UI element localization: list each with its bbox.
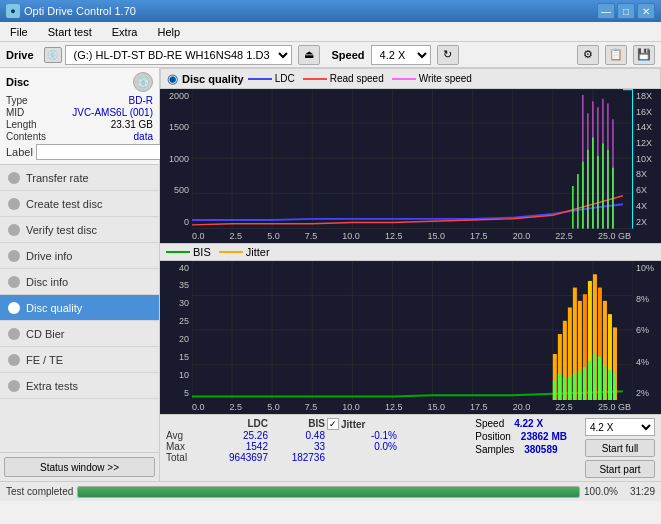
refresh-button[interactable]: ↻ <box>437 45 459 65</box>
nav-label-fe-te: FE / TE <box>26 354 63 366</box>
status-window-area: Status window >> <box>0 452 159 481</box>
samples-label: Samples <box>475 444 514 455</box>
top-chart-svg <box>192 89 633 229</box>
legend-read-speed: Read speed <box>303 73 384 84</box>
bis-total: 182736 <box>270 452 325 463</box>
top-chart-container: 2000 1500 1000 500 0 <box>160 89 661 243</box>
save-button[interactable]: 💾 <box>633 45 655 65</box>
menu-help[interactable]: Help <box>151 24 186 40</box>
bottom-chart-title-bar: BIS Jitter <box>160 243 661 261</box>
menu-bar: File Start test Extra Help <box>0 22 661 42</box>
position-value: 23862 MB <box>521 431 567 442</box>
bottom-chart-y-right: 10% 8% 6% 4% 2% <box>633 261 661 401</box>
nav-extra-tests[interactable]: Extra tests <box>0 373 159 399</box>
length-label: Length <box>6 119 37 130</box>
contents-value: data <box>134 131 153 142</box>
status-window-button[interactable]: Status window >> <box>4 457 155 477</box>
settings-button-2[interactable]: 📋 <box>605 45 627 65</box>
ldc-total: 9643697 <box>203 452 268 463</box>
start-full-button[interactable]: Start full <box>585 439 655 457</box>
progress-bar <box>77 486 580 498</box>
ldc-avg: 25.26 <box>203 430 268 441</box>
jitter-max: 0.0% <box>327 441 397 452</box>
bottom-chart-y-left: 40 35 30 25 20 15 10 5 <box>160 261 192 401</box>
maximize-button[interactable]: □ <box>617 3 635 19</box>
close-button[interactable]: ✕ <box>637 3 655 19</box>
top-chart-x-axis: 0.0 2.5 5.0 7.5 10.0 12.5 15.0 17.5 20.0… <box>160 229 661 243</box>
top-chart-svg-area <box>192 89 633 229</box>
legend-label-bis: BIS <box>193 246 211 258</box>
svg-rect-74 <box>598 356 601 400</box>
nav-label-extra: Extra tests <box>26 380 78 392</box>
bottom-chart-container: 40 35 30 25 20 15 10 5 <box>160 261 661 415</box>
settings-button-1[interactable]: ⚙ <box>577 45 599 65</box>
chart-legend: LDC Read speed Write speed <box>248 73 472 84</box>
menu-file[interactable]: File <box>4 24 34 40</box>
drive-select[interactable]: (G:) HL-DT-ST BD-RE WH16NS48 1.D3 <box>65 45 292 65</box>
nav-label-cd-bier: CD Bier <box>26 328 65 340</box>
content-area: ◉ Disc quality LDC Read speed Write spee… <box>160 68 661 481</box>
nav-drive-info[interactable]: Drive info <box>0 243 159 269</box>
minimize-button[interactable]: — <box>597 3 615 19</box>
eject-button[interactable]: ⏏ <box>298 45 320 65</box>
menu-extra[interactable]: Extra <box>106 24 144 40</box>
legend-label-write: Write speed <box>419 73 472 84</box>
legend-jitter: Jitter <box>219 246 270 258</box>
disc-panel-title: Disc <box>6 76 29 88</box>
nav-fe-te[interactable]: FE / TE <box>0 347 159 373</box>
bis-header: BIS <box>270 418 325 430</box>
speed-select[interactable]: 4.2 X <box>371 45 431 65</box>
drive-label: Drive <box>6 49 34 61</box>
speed-section: Speed 4.22 X Position 23862 MB Samples 3… <box>475 418 567 455</box>
svg-rect-76 <box>608 369 611 400</box>
speed-select-stats[interactable]: 4.2 X <box>585 418 655 436</box>
nav-icon-disc-info <box>8 276 20 288</box>
main-area: Disc 💿 Type BD-R MID JVC-AMS6L (001) Len… <box>0 68 661 481</box>
position-label: Position <box>475 431 511 442</box>
legend-color-read <box>303 78 327 80</box>
disc-quality-icon: ◉ <box>167 71 178 86</box>
nav-label-verify: Verify test disc <box>26 224 97 236</box>
svg-rect-67 <box>563 377 566 400</box>
nav-create-test-disc[interactable]: Create test disc <box>0 191 159 217</box>
jitter-avg: -0.1% <box>327 430 397 441</box>
ldc-header: LDC <box>203 418 268 430</box>
nav-transfer-rate[interactable]: Transfer rate <box>0 165 159 191</box>
legend-color-write <box>392 78 416 80</box>
nav-label-disc-info: Disc info <box>26 276 68 288</box>
nav-disc-quality[interactable]: Disc quality <box>0 295 159 321</box>
nav-cd-bier[interactable]: CD Bier <box>0 321 159 347</box>
legend-bis: BIS <box>166 246 211 258</box>
nav-verify-test-disc[interactable]: Verify test disc <box>0 217 159 243</box>
bottom-chart-svg-area <box>192 261 633 401</box>
mid-value: JVC-AMS6L (001) <box>72 107 153 118</box>
bis-max: 33 <box>270 441 325 452</box>
svg-rect-66 <box>558 373 561 400</box>
contents-label: Contents <box>6 131 46 142</box>
legend-write-speed: Write speed <box>392 73 472 84</box>
nav-icon-drive <box>8 250 20 262</box>
total-label: Total <box>166 452 201 463</box>
svg-rect-75 <box>603 364 606 400</box>
bottom-chart-svg <box>192 261 633 401</box>
app-icon: ● <box>6 4 20 18</box>
legend-label-jitter: Jitter <box>246 246 270 258</box>
menu-start-test[interactable]: Start test <box>42 24 98 40</box>
stats-area: LDC BIS ✓ Jitter Avg 25.26 0.48 -0.1% Ma… <box>160 414 661 481</box>
avg-label: Avg <box>166 430 201 441</box>
jitter-checkbox[interactable]: ✓ <box>327 418 339 430</box>
mid-label: MID <box>6 107 24 118</box>
samples-value: 380589 <box>524 444 557 455</box>
legend-label-ldc: LDC <box>275 73 295 84</box>
label-input[interactable] <box>36 144 169 160</box>
legend-color-jitter <box>219 251 243 253</box>
nav-icon-verify <box>8 224 20 236</box>
nav-items: Transfer rate Create test disc Verify te… <box>0 165 159 452</box>
speed-label-text: Speed <box>475 418 504 429</box>
nav-disc-info[interactable]: Disc info <box>0 269 159 295</box>
start-part-button[interactable]: Start part <box>585 460 655 478</box>
nav-icon-extra <box>8 380 20 392</box>
disc-icon: 💿 <box>133 72 153 92</box>
nav-label-drive: Drive info <box>26 250 72 262</box>
top-chart-inner: 2000 1500 1000 500 0 <box>160 89 661 229</box>
